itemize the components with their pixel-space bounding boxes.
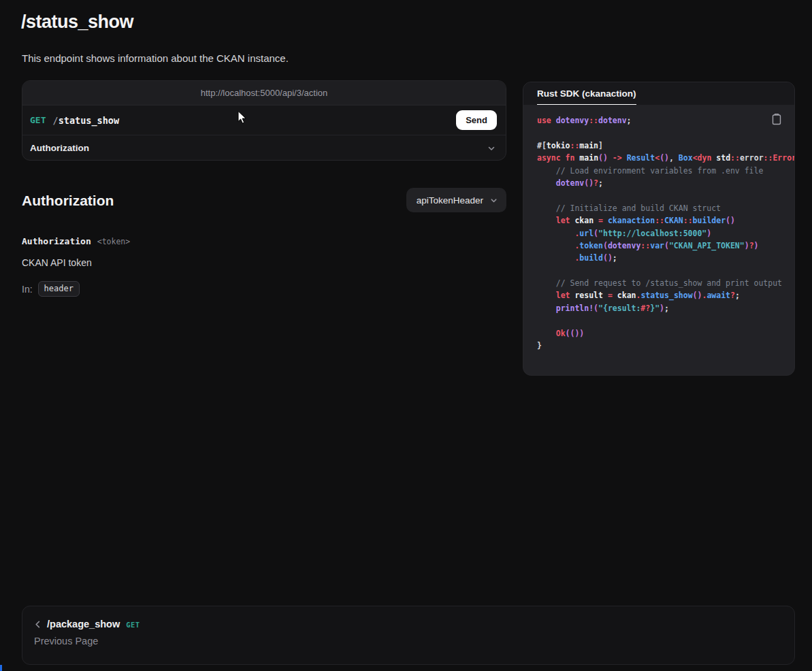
prev-page-row: /package_show GET xyxy=(33,619,783,629)
chevron-left-icon xyxy=(33,620,42,629)
chevron-down-icon xyxy=(489,196,498,205)
focus-indicator-bar xyxy=(0,665,2,671)
page-title: /status_show xyxy=(21,12,133,33)
code-panel-tabbar: Rust SDK (ckanaction) xyxy=(523,82,794,105)
prev-page-path: /package_show xyxy=(47,619,120,629)
in-label: In: xyxy=(22,284,33,295)
prev-page-label: Previous Page xyxy=(34,636,783,647)
send-button[interactable]: Send xyxy=(456,110,497,130)
endpoint-path: /status_show xyxy=(52,115,119,126)
chevron-down-icon xyxy=(487,144,496,153)
path-name: status_show xyxy=(59,115,119,126)
base-url-text: http://localhost:5000/api/3/action xyxy=(201,88,327,98)
param-type: <token> xyxy=(97,237,130,246)
tab-rust-sdk[interactable]: Rust SDK (ckanaction) xyxy=(537,88,636,105)
path-prefix: / xyxy=(52,115,58,126)
auth-param-row: Authorization <token> xyxy=(22,236,130,246)
param-location-badge: header xyxy=(38,281,80,297)
page-description: This endpoint shows information about th… xyxy=(22,52,289,64)
playground-auth-label: Authorization xyxy=(30,143,89,153)
auth-scheme-value: apiTokenHeader xyxy=(417,195,483,206)
code-panel: Rust SDK (ckanaction) use dotenvy::doten… xyxy=(523,82,795,376)
api-playground: http://localhost:5000/api/3/action GET /… xyxy=(22,80,506,161)
base-url-bar[interactable]: http://localhost:5000/api/3/action xyxy=(22,81,506,105)
param-location-row: In: header xyxy=(22,281,80,297)
auth-scheme-dropdown[interactable]: apiTokenHeader xyxy=(406,188,506,212)
method-label: GET xyxy=(30,115,46,125)
param-name: Authorization xyxy=(22,236,91,246)
prev-page-method-badge: GET xyxy=(126,619,140,629)
playground-auth-toggle[interactable]: Authorization xyxy=(22,135,506,161)
api-docs-page: /status_show This endpoint shows informa… xyxy=(0,0,812,671)
code-block[interactable]: use dotenvy::dotenv; #[tokio::main]async… xyxy=(523,105,794,375)
request-row: GET /status_show Send xyxy=(22,105,506,135)
param-description: CKAN API token xyxy=(22,257,92,268)
prev-page-card[interactable]: /package_show GET Previous Page xyxy=(22,606,795,665)
authorization-heading: Authorization xyxy=(22,193,114,209)
